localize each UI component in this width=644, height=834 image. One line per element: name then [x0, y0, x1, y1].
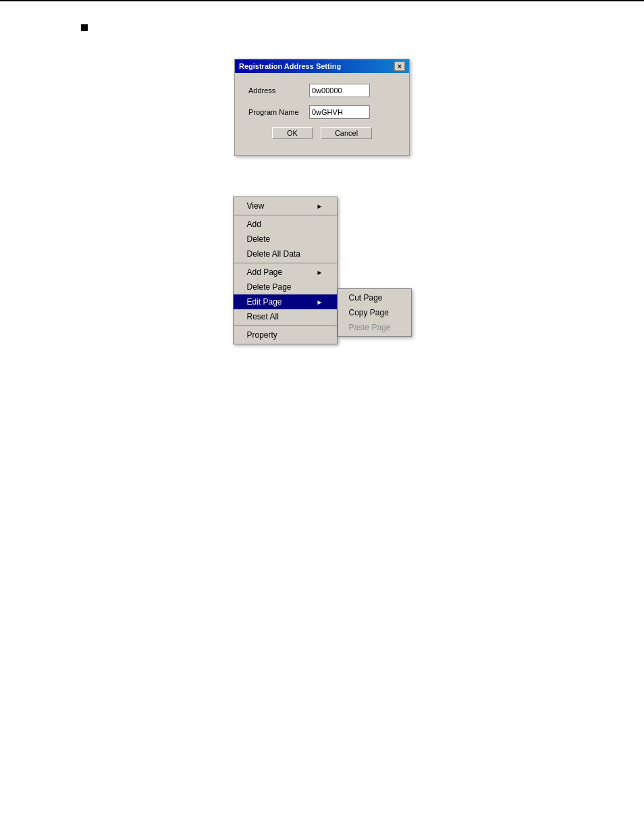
menu-item-delete-all-data[interactable]: Delete All Data	[234, 246, 337, 261]
dialog-titlebar: Registration Address Setting ×	[235, 59, 409, 73]
dialog-close-button[interactable]: ×	[394, 61, 405, 71]
menu-item-view[interactable]: View ►	[234, 199, 337, 213]
bullet-icon	[81, 24, 88, 31]
menu-item-add-page[interactable]: Add Page ►	[234, 265, 337, 280]
separator-2	[234, 263, 337, 263]
context-menu-area: View ► Add Delete Delete All Data	[233, 197, 412, 344]
dialog-body: Address Program Name OK Cancel	[235, 73, 409, 155]
edit-page-submenu-arrow: ►	[317, 298, 323, 306]
menu-item-property[interactable]: Property	[234, 328, 337, 342]
context-menu-container: View ► Add Delete Delete All Data	[27, 197, 617, 344]
edit-page-submenu: Cut Page Copy Page Paste Page	[338, 288, 412, 337]
menu-item-edit-page[interactable]: Edit Page ►	[234, 294, 337, 309]
separator-1	[234, 215, 337, 215]
dialog-container: Registration Address Setting × Address P…	[27, 59, 617, 156]
page-content: Registration Address Setting × Address P…	[0, 1, 644, 365]
registration-address-dialog: Registration Address Setting × Address P…	[234, 59, 410, 156]
context-menu: View ► Add Delete Delete All Data	[233, 197, 338, 344]
bullet-section	[27, 22, 617, 32]
program-name-input[interactable]	[309, 105, 370, 119]
menu-item-delete-page[interactable]: Delete Page	[234, 280, 337, 294]
submenu-item-paste-page[interactable]: Paste Page	[338, 320, 411, 335]
ok-button[interactable]: OK	[272, 127, 313, 139]
submenu-item-copy-page[interactable]: Copy Page	[338, 305, 411, 320]
submenu-item-cut-page[interactable]: Cut Page	[338, 290, 411, 305]
dialog-buttons: OK Cancel	[248, 127, 396, 147]
menu-item-delete[interactable]: Delete	[234, 232, 337, 246]
separator-3	[234, 325, 337, 326]
program-name-field: Program Name	[248, 105, 396, 119]
address-field: Address	[248, 84, 396, 97]
address-label: Address	[248, 86, 309, 95]
dialog-title: Registration Address Setting	[239, 62, 341, 70]
address-input[interactable]	[309, 84, 370, 97]
add-page-submenu-arrow: ►	[317, 269, 323, 276]
menu-item-reset-all[interactable]: Reset All	[234, 309, 337, 324]
cancel-button[interactable]: Cancel	[321, 127, 372, 139]
program-name-label: Program Name	[248, 108, 309, 116]
view-submenu-arrow: ►	[317, 203, 323, 210]
menu-item-add[interactable]: Add	[234, 217, 337, 232]
